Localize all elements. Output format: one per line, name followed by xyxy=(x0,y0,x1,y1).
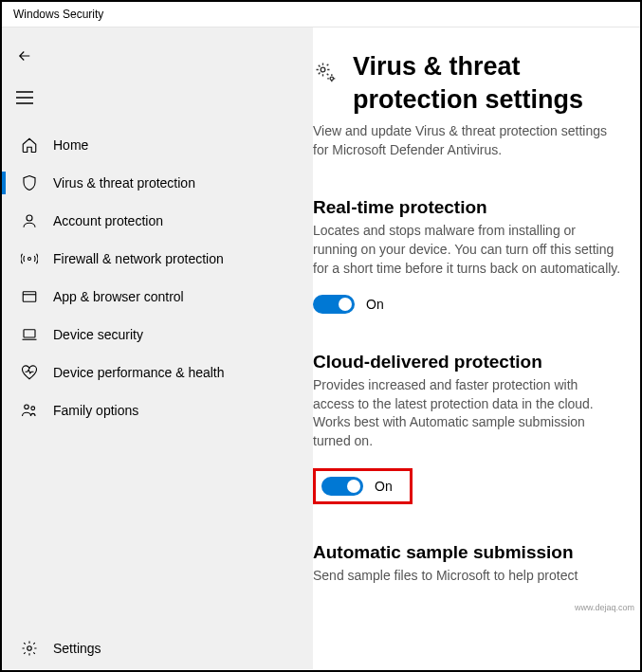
realtime-toggle[interactable] xyxy=(313,295,355,314)
svg-point-5 xyxy=(31,407,35,410)
cloud-toggle[interactable] xyxy=(321,477,363,496)
cloud-body: Provides increased and faster protection… xyxy=(313,376,621,450)
sidebar-item-home[interactable]: Home xyxy=(2,126,313,164)
app-container: Home Virus & threat protection Account p… xyxy=(2,27,640,669)
window-title: Windows Security xyxy=(2,2,640,27)
sidebar-item-label: Account protection xyxy=(53,213,163,228)
shield-icon xyxy=(19,174,40,191)
watermark: www.dejaq.com xyxy=(575,603,634,612)
realtime-toggle-label: On xyxy=(366,297,384,312)
realtime-heading: Real-time protection xyxy=(313,197,621,218)
svg-point-8 xyxy=(330,77,334,81)
svg-rect-3 xyxy=(24,330,35,337)
sidebar-item-label: App & browser control xyxy=(53,289,184,304)
main-content: Virus & threat protection settings View … xyxy=(313,27,640,669)
hamburger-icon xyxy=(16,91,33,104)
autosample-heading: Automatic sample submission xyxy=(313,542,621,563)
sidebar-item-device-security[interactable]: Device security xyxy=(2,316,313,354)
autosample-body: Send sample files to Microsoft to help p… xyxy=(313,567,621,586)
sidebar-item-label: Device security xyxy=(53,327,143,342)
svg-point-0 xyxy=(27,215,32,221)
gear-icon xyxy=(19,640,40,657)
svg-point-4 xyxy=(25,405,29,409)
realtime-body: Locates and stops malware from installin… xyxy=(313,222,621,278)
svg-point-1 xyxy=(28,258,31,261)
sidebar-item-virus-threat[interactable]: Virus & threat protection xyxy=(2,164,313,202)
svg-point-6 xyxy=(28,646,32,651)
sidebar-item-firewall[interactable]: Firewall & network protection xyxy=(2,240,313,278)
network-icon xyxy=(19,250,40,267)
sidebar-item-settings[interactable]: Settings xyxy=(2,627,313,669)
sidebar-item-label: Firewall & network protection xyxy=(53,251,224,266)
menu-button[interactable] xyxy=(6,81,44,115)
page-subtitle: View and update Virus & threat protectio… xyxy=(313,122,621,159)
back-button[interactable] xyxy=(6,39,44,73)
page-title: Virus & threat protection settings xyxy=(353,50,621,117)
device-icon xyxy=(19,326,40,343)
back-arrow-icon xyxy=(16,47,33,64)
svg-rect-2 xyxy=(23,292,36,302)
settings-label: Settings xyxy=(53,641,101,656)
cloud-toggle-label: On xyxy=(375,479,393,494)
person-icon xyxy=(19,212,40,229)
sidebar-item-app-browser[interactable]: App & browser control xyxy=(2,278,313,316)
sidebar: Home Virus & threat protection Account p… xyxy=(2,27,313,669)
sidebar-item-label: Family options xyxy=(53,403,138,418)
svg-point-7 xyxy=(321,67,325,72)
annotation-highlight: On xyxy=(313,468,413,504)
home-icon xyxy=(19,136,40,154)
sidebar-item-label: Home xyxy=(53,137,88,153)
heart-icon xyxy=(19,364,40,381)
browser-icon xyxy=(19,288,40,305)
sidebar-item-account[interactable]: Account protection xyxy=(2,202,313,240)
family-icon xyxy=(19,402,40,419)
cloud-heading: Cloud-delivered protection xyxy=(313,352,621,372)
settings-gears-icon xyxy=(313,60,339,86)
nav-list: Home Virus & threat protection Account p… xyxy=(2,126,313,627)
sidebar-item-label: Device performance & health xyxy=(53,365,225,380)
sidebar-item-family[interactable]: Family options xyxy=(2,391,313,429)
sidebar-item-performance[interactable]: Device performance & health xyxy=(2,354,313,391)
sidebar-item-label: Virus & threat protection xyxy=(53,175,195,191)
